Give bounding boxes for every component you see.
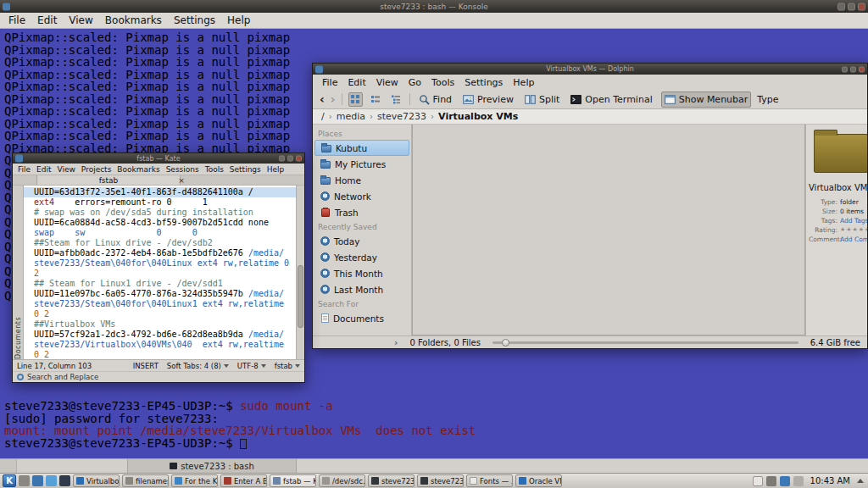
menu-item[interactable]: File: [318, 77, 342, 88]
menu-item[interactable]: File: [3, 14, 31, 26]
tab-close-icon[interactable]: ×: [175, 175, 187, 185]
folder-view[interactable]: [412, 125, 805, 336]
menu-item[interactable]: Edit: [32, 14, 62, 26]
task-enter-a-bug[interactable]: Enter A Bug: [220, 474, 267, 487]
menu-item[interactable]: View: [55, 165, 78, 174]
menu-item[interactable]: Help: [264, 165, 287, 174]
places-item-this-month[interactable]: This Month: [314, 265, 409, 281]
task-konsole-2[interactable]: steve7233...: [417, 474, 464, 487]
task-filenames[interactable]: filenamese...: [122, 474, 169, 487]
task-fstab-kate[interactable]: fstab — K...: [270, 474, 316, 487]
minimize-icon[interactable]: [842, 66, 848, 72]
breadcrumb-steve7233[interactable]: steve7233: [377, 111, 426, 122]
split-button[interactable]: Split: [522, 92, 562, 107]
show-menubar-button[interactable]: Show Menubar: [661, 92, 752, 108]
forward-button[interactable]: ›: [331, 93, 336, 105]
task-virtualbox[interactable]: Virtualbox V: [73, 474, 120, 487]
compact-view-button[interactable]: [369, 92, 383, 107]
add-comment-link[interactable]: Add Comment...: [840, 235, 867, 244]
terminal-launcher-icon[interactable]: [59, 475, 70, 486]
icons-view-button[interactable]: [348, 92, 363, 107]
minimize-icon[interactable]: [837, 3, 845, 10]
menu-item[interactable]: Settings: [169, 14, 220, 26]
close-icon[interactable]: [859, 66, 865, 72]
task-kde-browser[interactable]: For the KDE: [171, 474, 218, 487]
details-view-button[interactable]: [389, 92, 403, 107]
back-button[interactable]: ‹: [320, 93, 325, 105]
kmenu-launcher[interactable]: K: [3, 474, 16, 487]
task-konsole-1[interactable]: steve7233...: [368, 474, 415, 487]
encoding-selector[interactable]: UTF-8: [237, 362, 266, 370]
close-icon[interactable]: [296, 156, 302, 162]
menu-item[interactable]: Help: [222, 14, 255, 26]
file-manager-launcher-icon[interactable]: [32, 475, 43, 486]
menu-item[interactable]: Help: [509, 77, 538, 88]
places-item-yesterday[interactable]: Yesterday: [314, 249, 409, 265]
preview-button[interactable]: Preview: [460, 92, 516, 107]
menu-item[interactable]: Tools: [427, 77, 459, 88]
menu-item[interactable]: Sessions: [164, 165, 202, 174]
browser-launcher-icon[interactable]: [46, 475, 57, 486]
menu-item[interactable]: Bookmarks: [100, 14, 167, 26]
menu-item[interactable]: Settings: [460, 77, 507, 88]
maximize-icon[interactable]: [848, 3, 855, 10]
editor-scrollbar[interactable]: [296, 186, 304, 359]
breadcrumb-media[interactable]: media: [337, 111, 365, 122]
open-terminal-button[interactable]: Open Terminal: [568, 92, 654, 107]
task-oracle-vm[interactable]: Oracle VM ...: [515, 474, 562, 487]
clipboard-tray-icon[interactable]: [753, 476, 763, 486]
maximize-icon[interactable]: [850, 66, 856, 72]
add-tags-link[interactable]: Add Tags...: [840, 216, 867, 225]
menu-item[interactable]: Projects: [79, 165, 114, 174]
menu-item[interactable]: Tools: [203, 165, 226, 174]
menu-item[interactable]: View: [64, 14, 97, 26]
insert-mode-indicator[interactable]: INSERT: [133, 362, 159, 370]
kate-editor[interactable]: UUID=63d13f72-35e1-40f1-863f-d4882641100…: [24, 186, 296, 359]
task-dev-sdc[interactable]: /dev/sdc...: [319, 474, 365, 487]
places-item-last-month[interactable]: Last Month: [314, 281, 409, 297]
show-desktop-icon[interactable]: [19, 475, 30, 486]
places-item-home[interactable]: Home: [314, 172, 409, 188]
zoom-slider-thumb[interactable]: [502, 339, 509, 347]
task-fonts[interactable]: Fonts — ...: [466, 474, 513, 487]
notifications-tray-icon[interactable]: [766, 476, 776, 486]
menu-item[interactable]: View: [372, 77, 403, 88]
menu-item[interactable]: Bookmarks: [114, 165, 162, 174]
breadcrumb-root[interactable]: /: [321, 111, 325, 122]
documents-sidebar-tab[interactable]: Documents: [13, 186, 24, 359]
places-item-kubutu[interactable]: Kubutu: [314, 140, 409, 156]
maximize-icon[interactable]: [287, 156, 293, 162]
syntax-selector[interactable]: fstab: [275, 362, 300, 370]
new-tab-button[interactable]: [0, 459, 17, 473]
places-scroll-chevron[interactable]: ›: [394, 337, 398, 348]
places-item-my-pictures[interactable]: My Pictures: [314, 156, 409, 172]
places-item-documents[interactable]: Documents: [314, 310, 409, 326]
zoom-slider-track[interactable]: [492, 341, 798, 344]
find-button[interactable]: Find: [416, 92, 455, 107]
kate-titlebar[interactable]: fstab — Kate: [13, 153, 304, 164]
dolphin-titlebar[interactable]: Virtualbox VMs — Dolphin: [313, 64, 867, 75]
konsole-titlebar[interactable]: steve7233 : bash — Konsole: [0, 0, 868, 13]
menu-item[interactable]: Go: [404, 77, 426, 88]
volume-tray-icon[interactable]: [793, 476, 804, 486]
network-tray-icon[interactable]: [780, 476, 790, 486]
minimize-icon[interactable]: [279, 156, 285, 162]
places-item-trash[interactable]: Trash: [314, 204, 409, 220]
rating-stars[interactable]: ★★★★★: [840, 225, 867, 235]
menu-item[interactable]: File: [15, 165, 33, 174]
tab-width-selector[interactable]: Soft Tabs: 4 (8): [167, 362, 229, 370]
scrollbar-thumb[interactable]: [298, 265, 303, 328]
toolbar-type-label[interactable]: Type: [757, 94, 778, 105]
panel-hide-chevron-icon[interactable]: [857, 479, 864, 483]
clock[interactable]: 10:43 AM: [807, 476, 854, 485]
menu-item[interactable]: Edit: [34, 165, 53, 174]
zoom-slider[interactable]: [492, 336, 798, 348]
places-item-network[interactable]: Network: [314, 188, 409, 204]
search-replace-button[interactable]: Search and Replace: [27, 373, 98, 381]
close-icon[interactable]: [858, 3, 865, 10]
places-item-today[interactable]: Today: [314, 233, 409, 249]
menu-item[interactable]: Edit: [343, 77, 370, 88]
menu-item[interactable]: Settings: [227, 165, 264, 174]
kate-tab-fstab[interactable]: fstab: [36, 175, 181, 185]
konsole-tab[interactable]: steve7233 : bash: [127, 459, 297, 473]
